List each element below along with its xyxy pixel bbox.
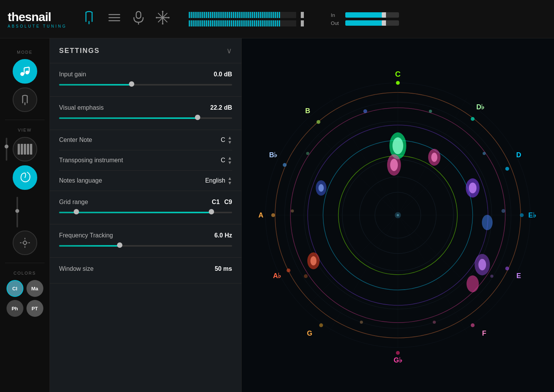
svg-point-94 xyxy=(490,275,493,278)
visual-emphasis-slider[interactable] xyxy=(59,114,232,122)
svg-point-99 xyxy=(306,152,309,155)
notes-language-value: English xyxy=(205,177,225,184)
settings-selects: Center Note C ▲ ▼ Transposing instrument… xyxy=(50,130,241,191)
transposing-instrument-label: Transposing instrument xyxy=(59,157,123,164)
sidebar-divider-2 xyxy=(5,263,45,263)
frequency-tracking-slider[interactable] xyxy=(59,242,232,250)
svg-text:C: C xyxy=(395,70,401,78)
center-note-value: C xyxy=(221,137,226,143)
frequency-tracking-value: 6.0 Hz xyxy=(214,232,232,239)
in-label: In xyxy=(331,12,341,18)
grid-range-left: C1 xyxy=(212,199,219,206)
input-gain-section: Input gain 0.0 dB xyxy=(50,63,241,97)
svg-text:E♭: E♭ xyxy=(528,211,536,219)
svg-point-71 xyxy=(471,323,475,327)
grid-range-section: Grid range C1 C9 xyxy=(50,191,241,224)
window-size-label: Window size xyxy=(59,265,94,272)
svg-point-16 xyxy=(20,72,24,76)
view-spiral-button[interactable] xyxy=(13,165,37,190)
mode-label: MODE xyxy=(17,50,33,54)
svg-point-77 xyxy=(390,159,398,171)
svg-point-15 xyxy=(168,17,170,18)
notes-language-select[interactable]: ▲ ▼ xyxy=(228,176,232,185)
in-slider[interactable] xyxy=(345,12,399,18)
svg-text:A♭: A♭ xyxy=(273,272,281,280)
settings-panel: SETTINGS ∨ Input gain 0.0 dB Visual emph… xyxy=(50,38,242,392)
svg-rect-6 xyxy=(136,12,141,18)
visual-emphasis-label: Visual emphasis xyxy=(59,104,104,111)
logo-subtitle: Absolute Tuning xyxy=(8,24,67,28)
sidebar-divider-1 xyxy=(5,120,45,120)
header-icons: In Out xyxy=(82,11,546,27)
svg-point-75 xyxy=(392,137,403,154)
transposing-instrument-select[interactable]: ▲ ▼ xyxy=(228,156,232,165)
color-ph-button[interactable]: Ph xyxy=(7,300,23,317)
transposing-instrument-value: C xyxy=(221,157,226,164)
frequency-tracking-label: Frequency Tracking xyxy=(59,232,113,239)
visual-emphasis-value: 22.2 dB xyxy=(210,104,232,111)
sidebar: MODE VIEW xyxy=(0,38,50,392)
freeze-icon[interactable] xyxy=(156,11,170,27)
input-gain-slider[interactable] xyxy=(59,81,232,89)
microphone-icon[interactable] xyxy=(133,11,144,27)
out-slider[interactable] xyxy=(345,20,399,26)
logo-text: thesnail xyxy=(8,10,67,24)
svg-point-59 xyxy=(505,167,509,171)
visualization-area: C B D♭ B♭ D A E♭ A♭ E xyxy=(242,38,554,392)
svg-point-96 xyxy=(360,321,363,324)
svg-point-69 xyxy=(319,323,323,327)
logo: thesnail Absolute Tuning xyxy=(8,10,67,28)
center-note-select[interactable]: ▲ ▼ xyxy=(228,135,232,145)
view-label: VIEW xyxy=(18,128,31,132)
svg-point-49 xyxy=(397,214,399,216)
view-piano-button[interactable] xyxy=(13,137,37,161)
svg-point-98 xyxy=(291,209,294,212)
svg-point-17 xyxy=(25,71,29,74)
svg-point-82 xyxy=(482,215,493,230)
mode-tuner-button[interactable] xyxy=(13,87,37,112)
svg-point-73 xyxy=(396,351,400,355)
colors-label: COLORS xyxy=(13,271,36,275)
svg-point-92 xyxy=(483,152,486,155)
svg-point-67 xyxy=(505,267,509,270)
svg-point-90 xyxy=(363,109,367,113)
center-note-row: Center Note C ▲ ▼ xyxy=(59,130,232,150)
grid-range-slider[interactable] xyxy=(59,209,232,216)
grid-range-right: C9 xyxy=(224,199,232,206)
menu-icon[interactable] xyxy=(107,12,121,26)
svg-point-12 xyxy=(162,11,163,12)
color-ma-button[interactable]: Ma xyxy=(26,280,43,297)
svg-text:B: B xyxy=(305,107,310,115)
svg-point-95 xyxy=(433,321,436,324)
svg-point-61 xyxy=(271,213,275,217)
svg-rect-24 xyxy=(23,240,27,245)
header: thesnail Absolute Tuning xyxy=(0,0,554,38)
svg-text:B♭: B♭ xyxy=(269,151,277,159)
color-pt-button[interactable]: PT xyxy=(26,300,43,317)
tuning-fork-icon[interactable] xyxy=(82,11,96,27)
svg-point-89 xyxy=(318,184,324,192)
colors-section: CI Ma Ph PT xyxy=(0,280,49,317)
view-compass-button[interactable] xyxy=(13,231,37,255)
mode-music-button[interactable] xyxy=(13,59,37,84)
visual-emphasis-section: Visual emphasis 22.2 dB xyxy=(50,97,241,130)
out-label: Out xyxy=(331,20,341,26)
svg-text:D♭: D♭ xyxy=(477,103,485,111)
svg-point-57 xyxy=(283,163,287,167)
svg-point-65 xyxy=(287,268,290,272)
settings-title: SETTINGS xyxy=(59,47,100,55)
color-ci-button[interactable]: CI xyxy=(7,280,23,297)
input-gain-label: Input gain xyxy=(59,71,86,78)
svg-point-91 xyxy=(429,110,432,113)
svg-point-51 xyxy=(396,81,400,85)
svg-point-53 xyxy=(317,120,320,124)
settings-collapse-button[interactable]: ∨ xyxy=(226,46,232,55)
svg-point-14 xyxy=(156,17,157,18)
svg-text:G♭: G♭ xyxy=(394,356,402,364)
svg-text:A: A xyxy=(259,211,264,219)
window-size-section: Window size 50 ms xyxy=(50,258,241,283)
level-meter-top xyxy=(189,12,296,18)
svg-point-97 xyxy=(304,274,308,278)
in-out-controls: In Out xyxy=(331,12,399,26)
svg-point-79 xyxy=(431,153,437,162)
